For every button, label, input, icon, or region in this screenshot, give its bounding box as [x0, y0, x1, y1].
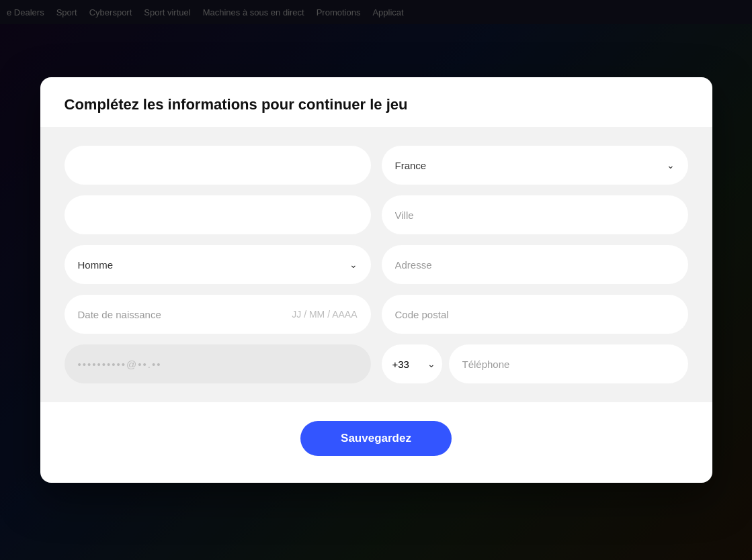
dob-input[interactable]: [78, 309, 292, 320]
phone-country-field[interactable]: +33 +32 +41 +1 ⌄: [382, 344, 442, 383]
modal-dialog: Complétez les informations pour continue…: [40, 77, 712, 483]
phone-chevron-icon: ⌄: [427, 359, 435, 369]
lastname-input[interactable]: [78, 209, 358, 221]
country-select[interactable]: France Belgique Suisse Canada: [395, 160, 675, 171]
form-grid: France Belgique Suisse Canada ⌄: [65, 146, 688, 383]
save-button[interactable]: Sauvegardez: [300, 421, 452, 456]
postal-field[interactable]: [382, 295, 688, 334]
firstname-field[interactable]: [65, 146, 371, 185]
phone-number-field[interactable]: [449, 344, 688, 383]
city-input[interactable]: [395, 209, 675, 221]
address-input[interactable]: [395, 259, 675, 271]
city-field[interactable]: [382, 195, 688, 234]
phone-row: +33 +32 +41 +1 ⌄: [382, 344, 688, 383]
postal-input[interactable]: [395, 309, 675, 320]
modal-footer: Sauvegardez: [40, 402, 712, 456]
dob-field[interactable]: JJ / MM / AAAA: [65, 295, 371, 334]
phone-country-select[interactable]: +33 +32 +41 +1: [392, 359, 423, 370]
firstname-input[interactable]: [78, 160, 358, 171]
modal-header: Complétez les informations pour continue…: [40, 77, 712, 127]
gender-field[interactable]: Homme Femme Autre ⌄: [65, 245, 371, 284]
address-field[interactable]: [382, 245, 688, 284]
lastname-field[interactable]: [65, 195, 371, 234]
modal-body: France Belgique Suisse Canada ⌄: [40, 127, 712, 402]
email-value: ••••••••••@••.••: [78, 359, 162, 370]
email-field: ••••••••••@••.••: [65, 344, 371, 383]
gender-select[interactable]: Homme Femme Autre: [78, 259, 358, 271]
country-field[interactable]: France Belgique Suisse Canada ⌄: [382, 146, 688, 185]
phone-input[interactable]: [462, 359, 675, 370]
modal-title: Complétez les informations pour continue…: [65, 96, 688, 113]
modal-overlay: Complétez les informations pour continue…: [0, 0, 752, 560]
dob-hint: JJ / MM / AAAA: [292, 309, 357, 320]
